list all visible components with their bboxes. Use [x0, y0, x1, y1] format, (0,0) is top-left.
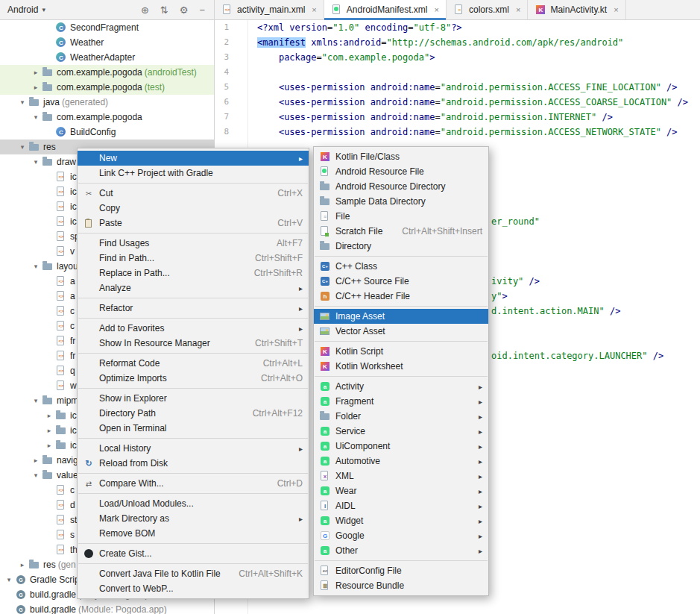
menu-item-file[interactable]: File: [314, 209, 488, 224]
collapse-all-icon[interactable]: ⇅: [160, 5, 168, 15]
menu-item-android-resource-directory[interactable]: Android Resource Directory: [314, 179, 488, 194]
tab-activity-main-xml[interactable]: activity_main.xml×: [215, 0, 324, 19]
menu-item-link-c-project-with-gradle[interactable]: Link C++ Project with Gradle: [78, 166, 309, 181]
menu-item-google[interactable]: Google▸: [314, 528, 488, 543]
expanded-arrow-icon[interactable]: ▾: [30, 158, 42, 166]
menu-item-sample-data-directory[interactable]: Sample Data Directory: [314, 194, 488, 209]
menu-item-cut[interactable]: CutCtrl+X: [78, 186, 309, 201]
settings-gear-icon[interactable]: ⚙: [180, 5, 189, 15]
collapsed-arrow-icon[interactable]: ▸: [43, 412, 55, 419]
expanded-arrow-icon[interactable]: ▾: [30, 263, 42, 270]
tab-close-icon[interactable]: ×: [435, 5, 439, 14]
menu-item-wear[interactable]: Wear▸: [314, 483, 488, 498]
menu-item-directory[interactable]: Directory: [314, 239, 488, 254]
menu-item-editorconfig-file[interactable]: EditorConfig File: [314, 563, 488, 578]
menu-item-xml[interactable]: XML▸: [314, 469, 488, 483]
menu-item-optimize-imports[interactable]: Optimize ImportsCtrl+Alt+O: [78, 371, 309, 386]
tab-close-icon[interactable]: ×: [614, 5, 618, 14]
menu-item-c-class[interactable]: C++ Class: [314, 259, 488, 274]
menu-item-aidl[interactable]: AIDL▸: [314, 498, 488, 513]
menu-item-convert-to-webp[interactable]: Convert to WebP...: [78, 581, 309, 596]
menu-item-android-resource-file[interactable]: Android Resource File: [314, 164, 488, 179]
hide-panel-icon[interactable]: −: [199, 5, 205, 15]
image-icon: [319, 310, 331, 322]
menu-item-automotive[interactable]: Automotive▸: [314, 454, 488, 469]
menu-item-new[interactable]: New▸: [78, 151, 309, 166]
menu-item-paste[interactable]: PasteCtrl+V: [78, 216, 309, 231]
menu-item-refactor[interactable]: Refactor▸: [78, 301, 309, 316]
menu-item-activity[interactable]: Activity▸: [314, 379, 488, 394]
tab-close-icon[interactable]: ×: [312, 5, 316, 14]
tree-item-com-example-pogoda[interactable]: ▸com.example.pogoda (test): [0, 80, 214, 95]
expanded-arrow-icon[interactable]: ▾: [16, 143, 28, 151]
menu-item-replace-in-path[interactable]: Replace in Path...Ctrl+Shift+R: [78, 266, 309, 281]
menu-item-resource-bundle[interactable]: Resource Bundle: [314, 578, 488, 593]
menu-item-c-c-source-file[interactable]: C/C++ Source File: [314, 274, 488, 289]
menu-item-reload-from-disk[interactable]: Reload from Disk: [78, 456, 309, 471]
collapsed-arrow-icon[interactable]: ▸: [43, 427, 55, 434]
menu-item-kotlin-worksheet[interactable]: Kotlin Worksheet: [314, 359, 488, 374]
tree-item-weatheradapter[interactable]: WeatherAdapter: [0, 50, 214, 65]
xml-file-icon: [55, 320, 67, 332]
expanded-arrow-icon[interactable]: ▾: [3, 576, 15, 583]
menu-item-folder[interactable]: Folder▸: [314, 409, 488, 424]
tab-mainactivity-kt[interactable]: MainActivity.kt×: [528, 0, 625, 19]
menu-item-convert-java-file-to-kotlin-file[interactable]: Convert Java File to Kotlin FileCtrl+Alt…: [78, 566, 309, 581]
tree-item-java[interactable]: ▾java (generated): [0, 95, 214, 110]
collapsed-arrow-icon[interactable]: ▸: [43, 442, 55, 449]
menu-item-compare-with[interactable]: Compare With...Ctrl+D: [78, 476, 309, 491]
menu-item-show-in-explorer[interactable]: Show in Explorer: [78, 391, 309, 406]
menu-icon-spacer: [83, 322, 95, 334]
menu-item-add-to-favorites[interactable]: Add to Favorites▸: [78, 321, 309, 336]
menu-item-open-in-terminal[interactable]: Open in Terminal: [78, 421, 309, 436]
tree-item-com-example-pogoda[interactable]: ▾com.example.pogoda: [0, 110, 214, 125]
tree-item-weather[interactable]: Weather: [0, 35, 214, 50]
tree-item-suffix: (androidTest): [145, 67, 197, 78]
menu-item-uicomponent[interactable]: UiComponent▸: [314, 439, 488, 454]
menu-item-fragment[interactable]: Fragment▸: [314, 394, 488, 409]
collapsed-arrow-icon[interactable]: ▸: [30, 69, 42, 76]
menu-item-create-gist[interactable]: Create Gist...: [78, 546, 309, 561]
menu-item-show-in-resource-manager[interactable]: Show In Resource ManagerCtrl+Shift+T: [78, 336, 309, 351]
menu-item-other[interactable]: Other▸: [314, 543, 488, 558]
tree-item-build-gradle[interactable]: build.gradle (Module: Pogoda.app): [0, 602, 214, 614]
menu-item-service[interactable]: Service▸: [314, 424, 488, 439]
menu-item-vector-asset[interactable]: Vector Asset: [314, 324, 488, 339]
menu-item-mark-directory-as[interactable]: Mark Directory as▸: [78, 511, 309, 526]
tab-colors-xml[interactable]: colors.xml×: [447, 0, 528, 19]
menu-item-analyze[interactable]: Analyze▸: [78, 281, 309, 295]
collapsed-arrow-icon[interactable]: ▸: [30, 84, 42, 91]
tab-androidmanifest-xml[interactable]: AndroidManifest.xml×: [324, 0, 447, 19]
expanded-arrow-icon[interactable]: ▾: [30, 472, 42, 479]
locate-file-icon[interactable]: ⊕: [141, 5, 149, 15]
menu-item-kotlin-script[interactable]: Kotlin Script: [314, 344, 488, 359]
expanded-arrow-icon[interactable]: ▾: [16, 98, 28, 106]
menu-item-find-in-path[interactable]: Find in Path...Ctrl+Shift+F: [78, 251, 309, 266]
menu-item-scratch-file[interactable]: Scratch FileCtrl+Alt+Shift+Insert: [314, 224, 488, 239]
menu-item-c-c-header-file[interactable]: C/C++ Header File: [314, 289, 488, 304]
menu-item-reformat-code[interactable]: Reformat CodeCtrl+Alt+L: [78, 356, 309, 371]
menu-item-label: Wear: [335, 486, 356, 496]
menu-item-copy[interactable]: Copy: [78, 201, 309, 216]
tree-item-com-example-pogoda[interactable]: ▸com.example.pogoda (androidTest): [0, 65, 214, 80]
menu-item-find-usages[interactable]: Find UsagesAlt+F7: [78, 236, 309, 251]
collapsed-arrow-icon[interactable]: ▸: [30, 457, 42, 464]
menu-separator: [78, 493, 308, 494]
menu-item-directory-path[interactable]: Directory PathCtrl+Alt+F12: [78, 406, 309, 421]
menu-item-load-unload-modules[interactable]: Load/Unload Modules...: [78, 496, 309, 511]
tab-close-icon[interactable]: ×: [516, 5, 520, 14]
expanded-arrow-icon[interactable]: ▾: [30, 397, 42, 404]
menu-item-widget[interactable]: Widget▸: [314, 513, 488, 528]
tree-item-secondfragment[interactable]: SecondFragment: [0, 20, 214, 35]
menu-item-remove-bom[interactable]: Remove BOM: [78, 526, 309, 541]
menu-item-local-history[interactable]: Local History▸: [78, 441, 309, 456]
menu-item-label: Folder: [335, 411, 361, 422]
expanded-arrow-icon[interactable]: ▾: [30, 113, 42, 121]
menu-icon-spacer: [83, 513, 95, 524]
collapsed-arrow-icon[interactable]: ▸: [16, 561, 28, 568]
menu-item-image-asset[interactable]: Image Asset: [314, 309, 488, 324]
menu-item-kotlin-file-class[interactable]: Kotlin File/Class: [314, 149, 488, 164]
menu-item-label: Replace in Path...: [99, 268, 170, 278]
project-view-selector[interactable]: Android ▾: [7, 4, 45, 15]
tree-item-buildconfig[interactable]: BuildConfig: [0, 125, 214, 140]
